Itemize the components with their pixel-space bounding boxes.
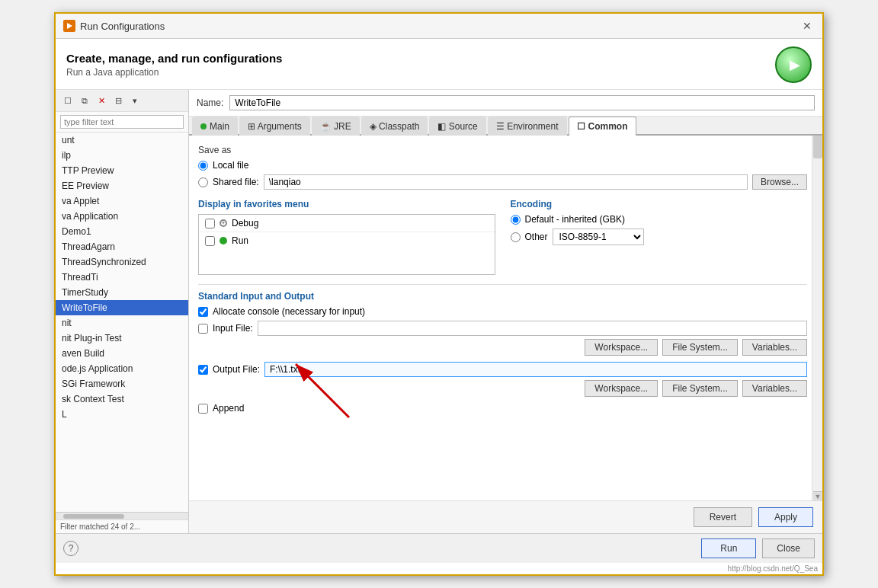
list-item[interactable]: ode.js Application <box>56 361 188 376</box>
list-item[interactable]: TimerStudy <box>56 285 188 300</box>
allocate-console-checkbox[interactable] <box>198 307 208 317</box>
list-item[interactable]: EE Preview <box>56 178 188 193</box>
input-file-buttons: Workspace... File System... Variables... <box>198 339 807 356</box>
browse-button[interactable]: Browse... <box>752 174 807 190</box>
local-file-radio[interactable] <box>198 161 208 171</box>
list-item[interactable]: Demo1 <box>56 224 188 239</box>
input-file-checkbox[interactable] <box>198 324 208 334</box>
list-item[interactable]: nit <box>56 315 188 331</box>
run-button[interactable]: Run <box>701 538 756 558</box>
favorites-box: Debug Run <box>198 214 495 275</box>
input-variables-button[interactable]: Variables... <box>742 339 807 356</box>
output-variables-button[interactable]: Variables... <box>742 380 807 397</box>
header-title: Create, manage, and run configurations <box>66 52 282 65</box>
list-item[interactable]: ThreadSynchronized <box>56 254 188 270</box>
run-checkbox[interactable] <box>205 236 215 246</box>
name-row: Name: <box>189 90 822 117</box>
tab-environment[interactable]: ☰ Environment <box>488 117 567 136</box>
list-item[interactable]: va Applet <box>56 193 188 209</box>
tab-common[interactable]: ☐ Common <box>569 117 636 136</box>
apply-button[interactable]: Apply <box>758 507 813 527</box>
delete-config-button[interactable]: ✕ <box>94 93 109 108</box>
revert-button[interactable]: Revert <box>694 507 752 527</box>
shared-file-input[interactable] <box>264 174 748 190</box>
tab-classpath[interactable]: ◈ Classpath <box>361 117 428 136</box>
sidebar-footer: Filter matched 24 of 2... <box>56 519 188 533</box>
output-filesystem-button[interactable]: File System... <box>662 380 738 397</box>
input-file-input[interactable] <box>258 321 807 336</box>
input-file-label: Input File: <box>213 323 253 334</box>
output-file-buttons: Workspace... File System... Variables... <box>198 380 807 397</box>
favorites-section: Display in favorites menu Debug <box>198 199 495 275</box>
help-button[interactable]: ? <box>63 541 79 556</box>
tab-jre[interactable]: ☕ JRE <box>312 117 360 136</box>
sidebar-scrollbar[interactable] <box>56 512 188 519</box>
list-item[interactable]: ThreadAgarn <box>56 239 188 254</box>
dialog-footer: ? Run Close <box>56 533 822 563</box>
dropdown-button[interactable]: ▾ <box>127 93 143 108</box>
name-input[interactable] <box>229 95 815 110</box>
run-label: Run <box>232 235 248 246</box>
list-item[interactable]: TTP Preview <box>56 163 188 178</box>
list-item[interactable]: sk Context Test <box>56 391 188 407</box>
shared-file-radio[interactable] <box>198 177 208 187</box>
filter-status: Filter matched 24 of 2... <box>60 522 140 531</box>
append-checkbox[interactable] <box>198 404 208 414</box>
close-button[interactable]: Close <box>762 538 815 558</box>
tab-arguments-label: ⊞ Arguments <box>248 121 302 132</box>
app-icon <box>63 20 75 32</box>
list-item[interactable]: SGi Framework <box>56 376 188 391</box>
run-configurations-dialog: Run Configurations ✕ Create, manage, and… <box>54 12 824 576</box>
output-file-input[interactable] <box>264 362 807 377</box>
title-bar-left: Run Configurations <box>63 20 165 32</box>
name-label: Name: <box>197 97 223 108</box>
output-file-checkbox[interactable] <box>198 365 208 375</box>
filter-input[interactable] <box>60 115 184 129</box>
run-close-row: Run Close <box>701 538 815 558</box>
output-workspace-button[interactable]: Workspace... <box>585 380 658 397</box>
run-icon[interactable] <box>775 46 812 83</box>
encoding-default-radio[interactable] <box>511 215 521 225</box>
local-file-row: Local file <box>198 160 807 171</box>
collapse-button[interactable]: ⊟ <box>111 93 126 108</box>
list-item-write-to-file[interactable]: WriteToFile <box>56 300 188 315</box>
dialog-close-button[interactable]: ✕ <box>799 18 815 34</box>
tab-environment-label: ☰ Environment <box>496 121 559 132</box>
encoding-default-row: Default - inherited (GBK) <box>511 214 808 225</box>
debug-checkbox[interactable] <box>205 219 215 228</box>
encoding-other-row: Other ISO-8859-1 UTF-8 GBK <box>511 228 808 245</box>
list-item[interactable]: ThreadTi <box>56 270 188 285</box>
tab-source-label: ◧ Source <box>437 121 477 132</box>
io-section-title: Standard Input and Output <box>198 291 807 302</box>
input-workspace-button[interactable]: Workspace... <box>585 339 658 356</box>
sidebar-list: unt ilp TTP Preview EE Preview va Applet… <box>56 133 188 512</box>
encoding-other-radio[interactable] <box>511 232 521 242</box>
tab-content-common: Save as Local file Shared file: Browse..… <box>189 136 822 430</box>
title-bar: Run Configurations ✕ <box>56 14 822 39</box>
list-item[interactable]: aven Build <box>56 346 188 361</box>
list-item[interactable]: nit Plug-in Test <box>56 331 188 346</box>
encoding-other-label: Other <box>525 232 548 242</box>
tab-arguments[interactable]: ⊞ Arguments <box>239 117 310 136</box>
right-panel: Name: Main ⊞ Arguments ☕ JRE ◈ Classpath <box>189 90 822 533</box>
list-item[interactable]: ilp <box>56 148 188 163</box>
append-row: Append <box>198 403 807 414</box>
dialog-title: Run Configurations <box>80 21 165 32</box>
tab-main[interactable]: Main <box>192 117 238 136</box>
header-text: Create, manage, and run configurations R… <box>66 52 282 78</box>
fav-item-run: Run <box>199 232 495 249</box>
new-config-button[interactable]: ☐ <box>60 93 75 108</box>
output-file-label: Output File: <box>213 364 260 375</box>
list-item[interactable]: va Application <box>56 209 188 224</box>
input-filesystem-button[interactable]: File System... <box>662 339 738 356</box>
encoding-section: Encoding Default - inherited (GBK) Other… <box>511 199 808 275</box>
run-fav-icon <box>220 237 227 244</box>
right-scrollbar[interactable]: ▼ <box>812 136 822 500</box>
local-file-label: Local file <box>213 160 248 171</box>
list-item[interactable]: L <box>56 407 188 422</box>
encoding-dropdown[interactable]: ISO-8859-1 UTF-8 GBK <box>553 228 644 245</box>
list-item[interactable]: unt <box>56 133 188 148</box>
allocate-console-label: Allocate console (necessary for input) <box>213 306 365 317</box>
tab-source[interactable]: ◧ Source <box>429 117 485 136</box>
copy-config-button[interactable]: ⧉ <box>77 93 92 108</box>
